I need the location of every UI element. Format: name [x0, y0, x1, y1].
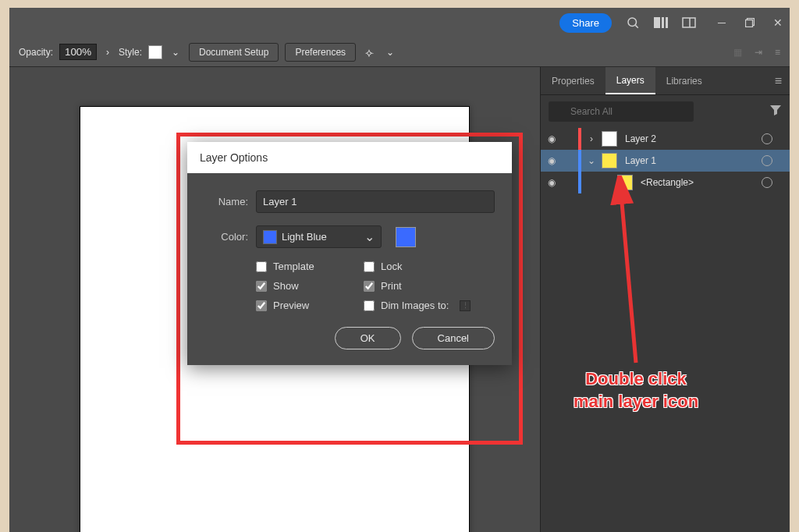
svg-rect-2	[654, 17, 660, 28]
svg-rect-8	[746, 20, 753, 27]
ok-button[interactable]: OK	[335, 327, 401, 349]
annotation-text: Double click main layer icon	[546, 368, 726, 413]
panel-menu-icon[interactable]: ≡	[767, 74, 790, 88]
arrange-icon[interactable]: ≡	[775, 47, 780, 58]
document-setup-button[interactable]: Document Setup	[189, 43, 279, 62]
maximize-button[interactable]	[744, 17, 755, 28]
layers-search-row: 🔍	[541, 95, 790, 128]
expand-toggle-icon[interactable]: ›	[586, 133, 597, 144]
close-button[interactable]: ✕	[772, 17, 783, 28]
window-controls: ─ ✕	[716, 17, 783, 28]
right-panel: Properties Layers Libraries ≡ 🔍 ◉ › Laye…	[540, 67, 790, 532]
cancel-button[interactable]: Cancel	[412, 327, 495, 349]
svg-rect-4	[666, 17, 668, 28]
color-swatch-icon	[263, 230, 277, 244]
opacity-input[interactable]	[59, 44, 97, 60]
dialog-title: Layer Options	[187, 142, 512, 173]
dialog-body: Name: Color: Light Blue ⌄ Template Lock …	[187, 173, 512, 365]
tab-layers[interactable]: Layers	[605, 67, 655, 94]
minimize-button[interactable]: ─	[716, 17, 727, 28]
arrange-documents-icon[interactable]	[654, 16, 668, 30]
prefs-icon[interactable]: ⟣	[362, 45, 377, 59]
layer-color-select[interactable]: Light Blue ⌄	[256, 225, 382, 248]
target-icon[interactable]	[762, 155, 772, 166]
svg-line-1	[635, 25, 637, 27]
expand-toggle-icon[interactable]: ⌄	[586, 155, 597, 166]
tab-libraries[interactable]: Libraries	[655, 67, 713, 94]
tab-properties[interactable]: Properties	[541, 67, 605, 94]
style-label: Style:	[119, 47, 142, 58]
prefs-chevron-icon[interactable]: ⌄	[383, 47, 397, 58]
preview-checkbox[interactable]: Preview	[256, 300, 357, 311]
visibility-toggle-icon[interactable]: ◉	[545, 133, 558, 144]
preferences-button[interactable]: Preferences	[285, 43, 356, 62]
layer-options-dialog: Layer Options Name: Color: Light Blue ⌄ …	[187, 142, 512, 365]
visibility-toggle-icon[interactable]: ◉	[545, 155, 558, 166]
layers-list: ◉ › Layer 2 ◉ ⌄ Layer 1 ◉ <Rectangle>	[541, 128, 790, 532]
layer-name-label[interactable]: Layer 2	[622, 133, 757, 144]
align-icons: ▦ ⇥ ≡	[733, 47, 780, 58]
layer-row[interactable]: ◉ › Layer 2	[541, 128, 790, 150]
filter-icon[interactable]	[769, 104, 782, 119]
svg-rect-3	[662, 17, 664, 28]
style-chevron-icon[interactable]: ⌄	[169, 47, 183, 58]
style-swatch[interactable]	[148, 45, 162, 59]
visibility-toggle-icon[interactable]: ◉	[545, 177, 558, 188]
layers-search-input[interactable]	[549, 101, 694, 122]
target-icon[interactable]	[762, 177, 772, 188]
layer-row[interactable]: ◉ <Rectangle>	[541, 172, 790, 193]
svg-rect-5	[683, 18, 695, 27]
svg-point-0	[628, 18, 637, 27]
template-checkbox[interactable]: Template	[256, 261, 357, 272]
opacity-chevron-icon[interactable]: ›	[103, 47, 112, 58]
chevron-down-icon: ⌄	[364, 229, 375, 244]
target-icon[interactable]	[762, 133, 772, 144]
color-select-text: Light Blue	[282, 231, 360, 243]
dim-images-input[interactable]	[460, 300, 471, 311]
layer-thumbnail[interactable]	[617, 175, 633, 190]
titlebar: Share ─ ✕	[9, 8, 790, 37]
layer-row[interactable]: ◉ ⌄ Layer 1	[541, 150, 790, 172]
layer-name-input[interactable]	[256, 190, 495, 213]
opacity-label: Opacity:	[19, 47, 53, 58]
color-preview-swatch[interactable]	[396, 227, 416, 247]
layer-thumbnail[interactable]	[602, 153, 617, 168]
screen-mode-icon[interactable]	[682, 16, 696, 30]
search-icon[interactable]	[626, 16, 640, 30]
share-button[interactable]: Share	[559, 13, 612, 33]
panel-tabs: Properties Layers Libraries ≡	[541, 67, 790, 95]
layer-name-label[interactable]: Layer 1	[622, 155, 757, 166]
control-bar: Opacity: › Style: ⌄ Document Setup Prefe…	[9, 37, 790, 67]
name-label: Name:	[204, 196, 248, 207]
print-checkbox[interactable]: Print	[364, 280, 504, 292]
dim-images-checkbox[interactable]: Dim Images to:	[364, 300, 504, 311]
show-checkbox[interactable]: Show	[256, 280, 357, 292]
align-icon[interactable]: ⇥	[755, 47, 762, 58]
layer-name-label[interactable]: <Rectangle>	[637, 177, 757, 188]
layer-thumbnail[interactable]	[602, 131, 617, 147]
lock-checkbox[interactable]: Lock	[364, 261, 504, 272]
snap-icon[interactable]: ▦	[733, 47, 742, 58]
color-label: Color:	[204, 231, 248, 243]
